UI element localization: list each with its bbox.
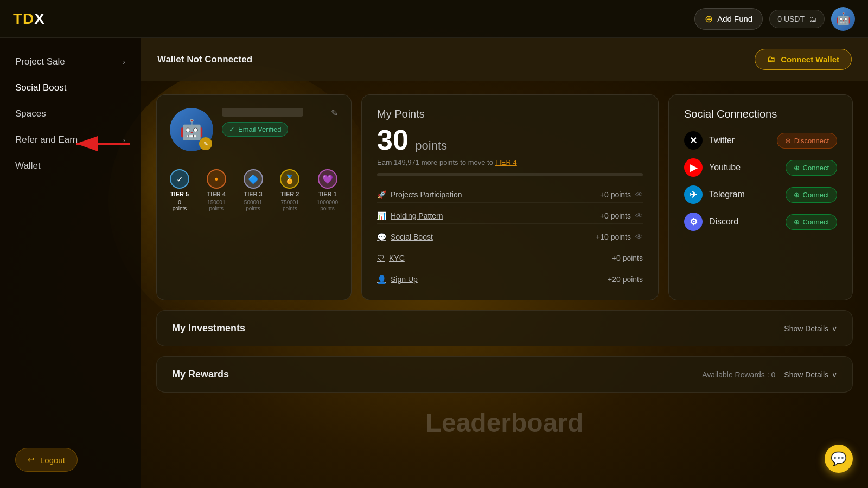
social-connections-card: Social Connections ✕ Twitter ⊖ Disconnec… bbox=[668, 94, 853, 300]
email-verified-label: Email Verified bbox=[238, 125, 281, 133]
holding-pattern-link[interactable]: 📊 Holding Pattern bbox=[377, 211, 443, 220]
youtube-icon: ▶ bbox=[684, 158, 703, 177]
wallet-icon: 🗂 bbox=[809, 15, 816, 23]
logout-button[interactable]: ↩ Logout bbox=[15, 448, 78, 472]
social-boost-link[interactable]: 💬 Social Boost bbox=[377, 233, 433, 241]
social-connections-title: Social Connections bbox=[684, 108, 837, 120]
discord-icon: ⚙ bbox=[684, 213, 703, 231]
telegram-icon: ✈ bbox=[684, 185, 703, 204]
profile-info: ✓ Email Verified bbox=[222, 108, 322, 137]
points-row-kyc: 🛡 KYC +0 points bbox=[377, 251, 643, 266]
profile-top: 🤖 ✎ ✓ Email Verified ✎ bbox=[170, 108, 338, 151]
tier-4-label: TIER 4 bbox=[207, 191, 226, 197]
telegram-label: Telegram bbox=[709, 190, 745, 200]
eye-icon-1[interactable]: 👁 bbox=[635, 190, 643, 199]
twitter-name-wrap: ✕ Twitter bbox=[684, 131, 735, 150]
signup-link[interactable]: 👤 Sign Up bbox=[377, 275, 418, 284]
tier-item-3: 🔷 TIER 3 500001points bbox=[244, 169, 263, 211]
logo: TDX bbox=[13, 10, 45, 28]
social-boost-label: Social Boost bbox=[391, 233, 433, 241]
sidebar-item-project-sale[interactable]: Project Sale › bbox=[0, 49, 141, 75]
tier-5-icon: ✓ bbox=[170, 169, 189, 189]
youtube-label: Youtube bbox=[709, 163, 741, 172]
youtube-connect-button[interactable]: ⊕ Connect bbox=[786, 160, 837, 176]
tier-item-1: 💜 TIER 1 1000000points bbox=[317, 169, 338, 211]
investments-show-details-label: Show Details bbox=[784, 324, 828, 333]
chat-fab-button[interactable]: 💬 bbox=[825, 445, 853, 473]
social-row-telegram: ✈ Telegram ⊕ Connect bbox=[684, 185, 837, 204]
points-card: My Points 30 points Earn 149,971 more po… bbox=[361, 94, 659, 300]
profile-name bbox=[222, 108, 303, 117]
usdt-amount: 0 USDT bbox=[777, 15, 805, 23]
holding-points-value: +0 points bbox=[600, 211, 631, 220]
kyc-points-value: +0 points bbox=[612, 254, 643, 262]
shield-icon: 🛡 bbox=[377, 254, 385, 262]
points-breakdown: 🚀 Projects Participation +0 points 👁 bbox=[377, 187, 643, 287]
sidebar-item-spaces[interactable]: Spaces bbox=[0, 101, 141, 127]
user-avatar[interactable]: 🤖 bbox=[831, 7, 855, 31]
sidebar-label-project-sale: Project Sale bbox=[15, 56, 65, 67]
social-row-twitter: ✕ Twitter ⊖ Disconnect bbox=[684, 131, 837, 150]
telegram-connect-button[interactable]: ⊕ Connect bbox=[786, 187, 837, 203]
check-icon: ✓ bbox=[229, 125, 235, 133]
tier-2-label: TIER 2 bbox=[280, 191, 299, 197]
plus-circle-icon-3: ⊕ bbox=[794, 218, 800, 226]
wallet-banner-text: Wallet Not Connected bbox=[157, 54, 252, 65]
projects-points-value: +0 points bbox=[600, 190, 631, 199]
holding-points: +0 points 👁 bbox=[600, 211, 643, 220]
edit-avatar-button[interactable]: ✎ bbox=[199, 137, 212, 150]
sidebar-item-wallet[interactable]: Wallet bbox=[0, 153, 141, 179]
sidebar-label-wallet: Wallet bbox=[15, 160, 41, 171]
plus-circle-icon-2: ⊕ bbox=[794, 191, 800, 199]
chevron-down-icon-investments: ∨ bbox=[832, 324, 837, 333]
sidebar-label-refer-earn: Refer and Earn bbox=[15, 134, 78, 145]
chevron-right-icon: › bbox=[123, 57, 125, 66]
discord-connect-button[interactable]: ⊕ Connect bbox=[786, 214, 837, 230]
projects-participation-link[interactable]: 🚀 Projects Participation bbox=[377, 190, 462, 199]
edit-profile-button[interactable]: ✎ bbox=[331, 108, 338, 118]
tier-4-points: 150001points bbox=[207, 200, 225, 211]
signup-points-value: +20 points bbox=[608, 275, 643, 284]
kyc-link[interactable]: 🛡 KYC bbox=[377, 254, 405, 262]
connect-wallet-label: Connect Wallet bbox=[781, 55, 839, 64]
twitter-disconnect-button[interactable]: ⊖ Disconnect bbox=[777, 133, 837, 149]
header: TDX ⊕ Add Fund 0 USDT 🗂 🤖 bbox=[0, 0, 868, 38]
tier-item-5: ✓ TIER 5 0points bbox=[170, 169, 189, 211]
usdt-balance: 0 USDT 🗂 bbox=[769, 10, 825, 28]
social-points-value: +10 points bbox=[596, 233, 631, 241]
tier-2-icon: 🏅 bbox=[280, 169, 299, 189]
points-value: 30 bbox=[377, 124, 409, 156]
tier-item-4: 🔸 TIER 4 150001points bbox=[207, 169, 226, 211]
chevron-down-icon-rewards: ∨ bbox=[832, 370, 837, 379]
tier-1-points: 1000000points bbox=[317, 200, 338, 211]
points-title: My Points bbox=[377, 108, 643, 120]
logout-icon: ↩ bbox=[28, 455, 35, 465]
points-progress-bar bbox=[377, 173, 643, 176]
signup-label: Sign Up bbox=[391, 275, 418, 284]
tier-link[interactable]: TIER 4 bbox=[495, 158, 516, 166]
rocket-icon: 🚀 bbox=[377, 190, 386, 199]
tier-3-label: TIER 3 bbox=[244, 191, 262, 197]
investments-show-details[interactable]: Show Details ∨ bbox=[784, 324, 837, 333]
leaderboard-section: Leaderboard bbox=[156, 402, 853, 443]
rewards-show-details[interactable]: Show Details ∨ bbox=[784, 370, 837, 379]
plus-circle-icon-1: ⊕ bbox=[794, 164, 800, 172]
profile-card: 🤖 ✎ ✓ Email Verified ✎ bbox=[156, 94, 352, 300]
rewards-section: My Rewards Available Rewards : 0 Show De… bbox=[156, 356, 853, 393]
discord-label: Discord bbox=[709, 217, 738, 227]
holding-pattern-label: Holding Pattern bbox=[391, 211, 443, 220]
points-row-projects: 🚀 Projects Participation +0 points 👁 bbox=[377, 187, 643, 203]
points-unit: points bbox=[415, 139, 447, 152]
sidebar-item-refer-earn[interactable]: Refer and Earn › bbox=[0, 127, 141, 153]
investments-title: My Investments bbox=[172, 323, 245, 334]
twitter-icon: ✕ bbox=[684, 131, 703, 150]
tier-2-points: 750001points bbox=[281, 200, 299, 211]
eye-icon-2[interactable]: 👁 bbox=[635, 211, 643, 220]
connect-wallet-button[interactable]: 🗂 Connect Wallet bbox=[755, 49, 852, 70]
add-fund-button[interactable]: ⊕ Add Fund bbox=[694, 8, 763, 30]
tier-3-icon: 🔷 bbox=[244, 169, 263, 189]
sidebar-item-social-boost[interactable]: Social Boost bbox=[0, 75, 141, 101]
eye-icon-3[interactable]: 👁 bbox=[635, 233, 643, 241]
kyc-label: KYC bbox=[389, 254, 405, 262]
points-row-social: 💬 Social Boost +10 points 👁 bbox=[377, 229, 643, 245]
